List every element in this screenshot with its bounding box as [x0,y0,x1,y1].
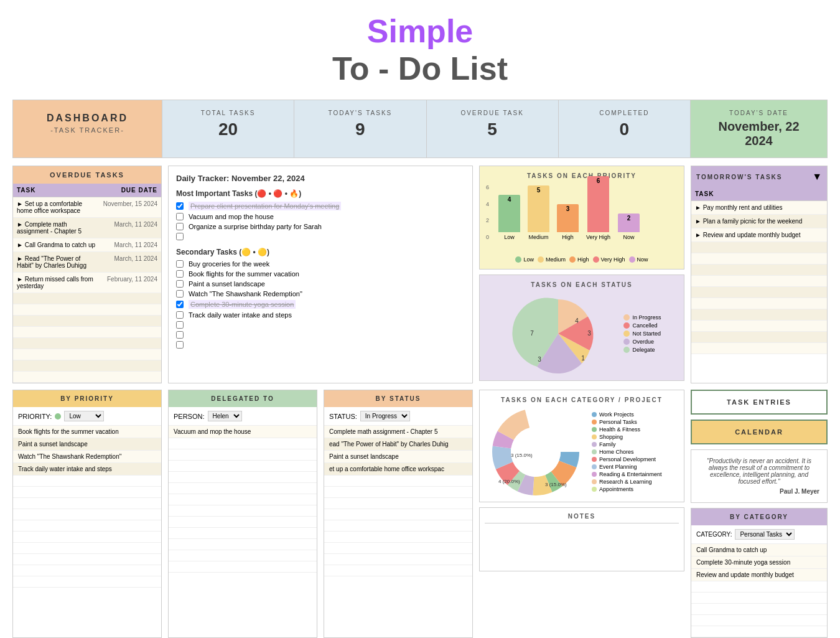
priority-empty-item [13,487,161,498]
category-label: Personal Development [599,456,656,462]
legend-dot [569,256,576,263]
overdue-box: OVERDUE TASKS TASK DUE DATE ► Set up a c… [12,166,162,383]
status-pie-svg: 4 3 1 3 7 [502,293,614,374]
priority-legend-item: Now [629,256,648,263]
right-panel: TASK ENTRIES CALENDAR "Productivity is n… [691,390,828,638]
category-dot [592,479,597,484]
today-date-label: TODAY'S DATE [706,110,811,116]
task-entries-button[interactable]: TASK ENTRIES [691,390,828,415]
tomorrow-title: TOMORROW'S TASKS [696,174,782,181]
task-checkbox[interactable] [176,290,184,298]
task-text: Book flights for the summer vacation [189,270,299,278]
category-legend-item: Shopping [592,434,662,440]
quote-author: Paul J. Meyer [699,488,819,495]
secondary-task-item [176,341,465,349]
tomorrow-empty-row [691,242,827,253]
status-legend-item: Overdue [623,339,661,345]
task-checkbox[interactable] [176,233,184,240]
secondary-task-item: Book flights for the summer vacation [176,270,465,278]
simple-title: Simple [0,12,840,50]
stats-bar: DASHBOARD -TASK TRACKER- TOTAL TASKS 20 … [12,100,828,158]
delegated-list: Vacuum and mop the house [169,426,317,573]
status-label: Delegate [632,347,655,353]
task-checkbox[interactable] [176,311,184,319]
task-checkbox[interactable] [176,331,184,339]
category-dot [592,427,597,432]
today-date-value: November, 22 2024 [706,120,811,148]
category-label: Health & Fitness [599,426,640,433]
priority-empty-item [13,543,161,554]
tomorrow-empty-row [691,253,827,265]
priority-empty-item [13,476,161,487]
task-checkbox[interactable] [176,223,184,230]
task-checkbox[interactable] [176,213,184,220]
status-empty-item [324,543,472,554]
svg-text:3: 3 [538,356,542,363]
tomorrow-dropdown-icon[interactable]: ▼ [812,171,822,182]
category-label: Reading & Entertainment [599,471,662,477]
person-select[interactable]: Helen [208,411,242,421]
priority-chart-title: TASKS ON EACH PRIORITY [486,172,678,179]
priority-filter-row: PRIORITY: Low Medium High [13,407,161,426]
task-text: Complete 30-minute yoga session [189,300,296,309]
secondary-task-item: Paint a sunset landscape [176,280,465,288]
daily-tracker: Daily Tracker: November 22, 2024 Most Im… [168,166,473,383]
priority-list-item: Track daily water intake and steps [13,463,161,476]
category-dot [592,449,597,454]
status-label: Overdue [632,339,654,345]
bar-x-label: Now [623,234,635,240]
charts-area: TASKS ON EACH PRIORITY 0 2 4 6 4 Low 5 M… [479,166,684,383]
priority-empty-item [13,509,161,520]
status-select[interactable]: In Progress Cancelled Not Started [360,411,410,421]
category-select[interactable]: Personal Tasks [735,529,795,540]
category-legend-item: Personal Development [592,456,662,462]
status-chart: TASKS ON EACH STATUS [479,274,684,381]
completed-label: COMPLETED [565,110,684,116]
category-legend-item: Research & Learning [592,479,662,485]
delegated-list-item: Vacuum and mop the house [169,426,317,438]
category-dot [592,420,597,425]
svg-text:4 (20.0%): 4 (20.0%) [498,479,520,484]
task-checkbox[interactable] [176,321,184,329]
priority-empty-item [13,576,161,588]
legend-dot [538,256,544,263]
task-checkbox[interactable] [176,301,184,308]
category-label: Research & Learning [599,479,652,485]
category-label: Personal Tasks [599,419,637,425]
legend-label: High [577,256,589,263]
status-empty-item [324,565,472,576]
category-dot [592,487,597,492]
svg-text:3 (15.0%): 3 (15.0%) [511,453,533,458]
category-legend-item: Personal Tasks [592,419,662,425]
category-dot [592,412,597,417]
tomorrow-task-cell: ► Pay monthly rent and utilities [691,201,827,215]
priority-empty-item [13,554,161,565]
task-text: Prepare client presentation for Monday's… [189,202,341,210]
status-dot [623,339,630,345]
status-empty-item [324,532,472,543]
legend-label: Very High [601,256,625,263]
secondary-task-item [176,331,465,339]
overdue-empty-row [13,316,161,327]
category-label: Event Planning [599,464,637,470]
task-checkbox[interactable] [176,202,184,210]
priority-select[interactable]: Low Medium High [64,411,104,421]
task-checkbox[interactable] [176,260,184,268]
by-status-header: BY STATUS [324,390,472,407]
overdue-row: ► Set up a comfortable home office works… [13,197,161,218]
task-checkbox[interactable] [176,280,184,288]
svg-text:3: 3 [588,330,592,337]
task-checkbox[interactable] [176,270,184,278]
notes-content[interactable] [485,528,679,566]
notes-box: NOTES [479,507,684,571]
overdue-task-cell: ► Complete math assignment - Chapter 5 [13,218,100,238]
tomorrow-empty-row [691,343,827,354]
svg-text:3 (15.0%): 3 (15.0%) [545,482,567,487]
calendar-button[interactable]: CALENDAR [691,420,828,444]
priority-list: Book flights for the summer vacationPain… [13,426,161,588]
category-label: Appointments [599,486,633,492]
status-list-item: Paint a sunset landscape [324,451,472,463]
delegated-header: DELEGATED TO [169,390,317,407]
category-empty-item [691,604,827,615]
task-checkbox[interactable] [176,341,184,349]
